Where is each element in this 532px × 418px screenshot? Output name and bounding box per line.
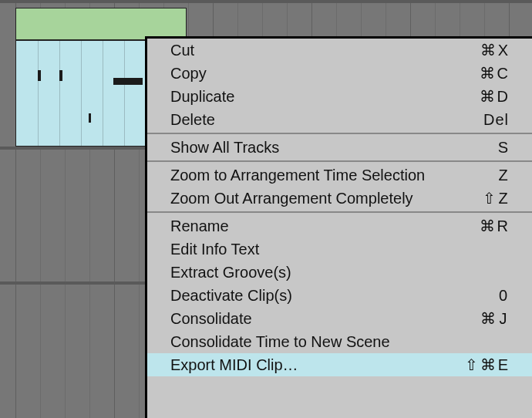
menu-item-shortcut: S (498, 139, 509, 157)
arrangement-view[interactable]: ▾ ▾ Cut⌘XCopy⌘CDuplicate⌘DDeleteDelShow … (0, 0, 532, 418)
menu-separator (147, 211, 532, 213)
midi-note[interactable] (59, 70, 62, 81)
menu-item-rename[interactable]: Rename⌘R (147, 214, 532, 238)
menu-item-shortcut: ⌘C (480, 64, 509, 83)
menu-item-duplicate[interactable]: Duplicate⌘D (147, 85, 532, 108)
midi-clip-header[interactable] (15, 8, 187, 40)
menu-separator (147, 133, 532, 134)
menu-item-label: Zoom Out Arrangement Completely (170, 190, 413, 207)
menu-item-export-midi[interactable]: Export MIDI Clip…⇧⌘E (147, 353, 532, 376)
menu-item-label: Rename (170, 217, 229, 235)
menu-item-shortcut: Del (483, 111, 509, 129)
menu-item-extract-groove[interactable]: Extract Groove(s) (147, 261, 532, 284)
clip-gridline (38, 41, 39, 146)
menu-item-shortcut: ⌘X (480, 41, 509, 59)
menu-item-cut[interactable]: Cut⌘X (147, 39, 532, 62)
clip-context-menu: Cut⌘XCopy⌘CDuplicate⌘DDeleteDelShow All … (145, 36, 532, 418)
menu-item-shortcut: ⇧⌘E (465, 356, 509, 374)
midi-note[interactable] (89, 113, 91, 123)
menu-separator (147, 160, 532, 162)
menu-item-shortcut: ⇧Z (483, 189, 509, 207)
menu-item-label: Zoom to Arrangement Time Selection (170, 167, 425, 184)
clip-gridline (59, 41, 60, 146)
menu-item-label: Show All Tracks (170, 139, 279, 157)
menu-item-shortcut: 0 (498, 287, 509, 305)
menu-item-label: Delete (170, 111, 215, 129)
midi-note[interactable] (38, 70, 41, 81)
menu-item-label: Consolidate (170, 310, 252, 328)
menu-item-consolidate[interactable]: Consolidate⌘J (147, 307, 532, 330)
menu-item-copy[interactable]: Copy⌘C (147, 62, 532, 85)
track-separator (0, 0, 532, 3)
menu-item-label: Extract Groove(s) (170, 264, 291, 281)
clip-gridline (103, 41, 103, 146)
menu-item-label: Consolidate Time to New Scene (170, 333, 390, 351)
menu-item-label: Cut (170, 42, 194, 59)
menu-item-label: Export MIDI Clip… (170, 356, 298, 374)
menu-item-zoom-out-full[interactable]: Zoom Out Arrangement Completely⇧Z (147, 187, 532, 210)
menu-item-shortcut: ⌘J (480, 309, 509, 328)
menu-item-shortcut: Z (498, 167, 509, 184)
clip-gridline (124, 41, 125, 146)
menu-item-consolidate-scene[interactable]: Consolidate Time to New Scene (147, 330, 532, 353)
menu-item-shortcut: ⌘D (480, 87, 509, 106)
clip-gridline (81, 41, 82, 146)
menu-item-zoom-to-selection[interactable]: Zoom to Arrangement Time SelectionZ (147, 163, 532, 187)
menu-item-label: Deactivate Clip(s) (170, 287, 292, 305)
menu-item-show-all-tracks[interactable]: Show All TracksS (147, 136, 532, 159)
menu-item-label: Edit Info Text (170, 241, 259, 258)
menu-item-delete[interactable]: DeleteDel (147, 108, 532, 131)
midi-note[interactable] (113, 78, 143, 85)
menu-item-edit-info-text[interactable]: Edit Info Text (147, 238, 532, 261)
menu-item-shortcut: ⌘R (480, 217, 509, 235)
menu-item-deactivate-clips[interactable]: Deactivate Clip(s)0 (147, 284, 532, 307)
menu-item-label: Copy (170, 65, 207, 83)
menu-item-label: Duplicate (170, 88, 234, 106)
